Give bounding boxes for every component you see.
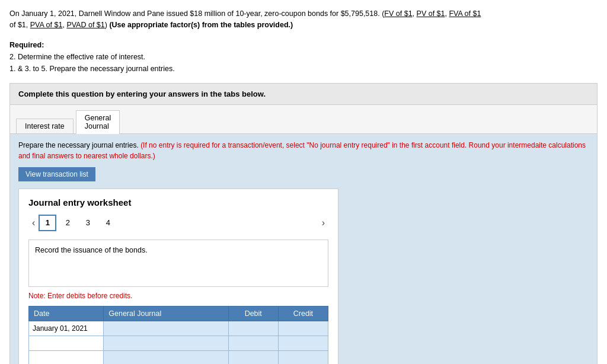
date-cell-3	[29, 350, 104, 364]
journal-input-cell-3[interactable]	[104, 350, 228, 364]
note-text: Note: Enter debits before credits.	[28, 292, 328, 300]
complete-box: Complete this question by entering your …	[9, 83, 598, 105]
tabs-container: Interest rate GeneralJournal Prepare the…	[9, 105, 598, 365]
required-item2: 2. Determine the effective rate of inter…	[9, 51, 598, 63]
table-row	[29, 350, 328, 364]
table-row: January 01, 2021	[29, 321, 328, 336]
of-1-label: of $1,	[9, 21, 30, 29]
tab-interest-rate[interactable]: Interest rate	[16, 119, 74, 133]
pvad-link[interactable]: PVAD of $1	[66, 21, 104, 29]
journal-input-3[interactable]	[107, 353, 224, 363]
tabs-row: Interest rate GeneralJournal	[10, 105, 597, 134]
record-box: Record the issuance of the bonds.	[28, 240, 328, 287]
col-journal: General Journal	[104, 306, 228, 321]
next-arrow[interactable]: ›	[318, 216, 328, 229]
col-debit: Debit	[228, 306, 278, 321]
debit-input-1[interactable]	[232, 323, 274, 334]
credit-input-2[interactable]	[282, 338, 324, 349]
journal-input-cell-2[interactable]	[104, 336, 228, 350]
pv-link[interactable]: PV of $1	[417, 9, 445, 18]
page-num-2[interactable]: 2	[59, 215, 76, 231]
view-transaction-list-button[interactable]: View transaction list	[18, 167, 95, 181]
credit-input-cell-1[interactable]	[278, 321, 328, 336]
date-cell-2	[29, 336, 104, 350]
record-text: Record the issuance of the bonds.	[35, 246, 148, 254]
tab-content-area: Prepare the necessary journal entries. (…	[10, 134, 597, 365]
credit-input-cell-2[interactable]	[278, 336, 328, 350]
credit-input-3[interactable]	[282, 353, 324, 363]
intro-text-1: On January 1, 2021, Darnell Window and P…	[9, 9, 384, 18]
instruction-paragraph: Prepare the necessary journal entries. (…	[18, 140, 589, 161]
debit-input-3[interactable]	[232, 353, 274, 363]
required-item1and3: 1. & 3. to 5. Prepare the necessary jour…	[9, 63, 598, 75]
journal-table: Date General Journal Debit Credit Januar…	[28, 306, 328, 365]
page-btn-1[interactable]: 1	[39, 215, 56, 231]
worksheet-box: Journal entry worksheet ‹ 1 2 3 4 ›	[18, 189, 338, 365]
col-credit: Credit	[278, 306, 328, 321]
tab-general-journal[interactable]: GeneralJournal	[76, 110, 120, 134]
debit-input-cell-2[interactable]	[228, 336, 278, 350]
table-row	[29, 336, 328, 350]
worksheet-title: Journal entry worksheet	[28, 197, 328, 207]
journal-input-cell-1[interactable]	[104, 321, 228, 336]
journal-input-2[interactable]	[107, 338, 224, 349]
fv-link[interactable]: FV of $1	[384, 9, 412, 18]
required-label: Required:	[9, 41, 44, 49]
debit-input-2[interactable]	[232, 338, 274, 349]
page-num-3[interactable]: 3	[79, 215, 97, 231]
intro-paragraph: On January 1, 2021, Darnell Window and P…	[9, 8, 598, 31]
instruction-main: Prepare the necessary journal entries.	[18, 141, 139, 149]
col-date: Date	[29, 306, 104, 321]
intro-bold: (Use appropriate factor(s) from the tabl…	[109, 21, 293, 29]
prev-arrow[interactable]: ‹	[28, 216, 39, 229]
page-num-4[interactable]: 4	[99, 215, 117, 231]
journal-input-1[interactable]	[107, 323, 224, 334]
credit-input-cell-3[interactable]	[278, 350, 328, 364]
credit-input-1[interactable]	[282, 323, 324, 334]
debit-input-cell-3[interactable]	[228, 350, 278, 364]
debit-input-cell-1[interactable]	[228, 321, 278, 336]
pva-link[interactable]: PVA of $1	[30, 21, 63, 29]
nav-row: ‹ 1 2 3 4 ›	[28, 215, 328, 231]
required-section: Required: 2. Determine the effective rat…	[9, 39, 598, 75]
date-cell-1: January 01, 2021	[29, 321, 104, 336]
fva-link[interactable]: FVA of $1	[449, 9, 481, 18]
